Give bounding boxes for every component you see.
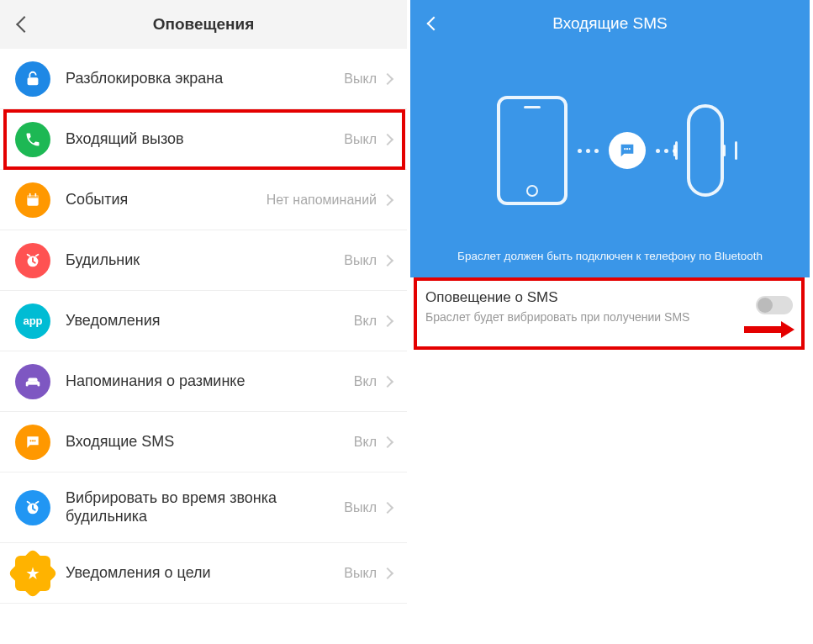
message-bubble-icon <box>609 132 646 169</box>
item-status: Выкл <box>344 566 377 581</box>
item-label: Напоминания о разминке <box>66 372 354 391</box>
chevron-right-icon <box>382 193 393 205</box>
chevron-right-icon <box>382 72 393 84</box>
back-button[interactable] <box>0 0 49 49</box>
hero-graphic <box>497 96 724 205</box>
item-status: Выкл <box>344 253 377 268</box>
sms-detail-screen: Входящие SMS Браслет должен быть подключ… <box>410 0 810 644</box>
item-unlock[interactable]: Разблокировка экрана Выкл <box>0 49 407 109</box>
item-goal[interactable]: Уведомления о цели Выкл <box>0 543 407 604</box>
svg-rect-6 <box>26 382 29 387</box>
item-status: Выкл <box>344 71 377 87</box>
arrow-icon <box>744 319 795 340</box>
svg-rect-4 <box>35 193 37 196</box>
item-activity[interactable]: Напоминания о разминке Вкл <box>0 351 407 412</box>
lock-icon <box>15 61 50 97</box>
svg-rect-2 <box>27 195 38 198</box>
back-button[interactable] <box>410 0 457 47</box>
svg-point-13 <box>626 148 627 150</box>
svg-marker-16 <box>781 321 795 338</box>
app-icon: app <box>15 304 50 339</box>
sms-toggle-row[interactable]: Оповещение о SMS Браслет будет вибрирова… <box>410 277 810 340</box>
band-icon <box>687 104 724 197</box>
item-label: События <box>66 191 267 209</box>
item-status: Вкл <box>354 374 377 389</box>
setting-desc: Браслет будет вибрировать при получении … <box>425 309 694 325</box>
sms-toggle[interactable] <box>756 296 793 314</box>
page-title: Входящие SMS <box>410 14 810 33</box>
chevron-right-icon <box>382 435 393 447</box>
alarm-icon <box>15 243 50 278</box>
item-label: Входящие SMS <box>66 433 354 451</box>
item-sms[interactable]: Входящие SMS Вкл <box>0 412 407 472</box>
item-status: Вкл <box>354 314 377 329</box>
notifications-screen: Оповещения Разблокировка экрана Выкл Вхо… <box>0 0 410 644</box>
hero-illustration: Браслет должен быть подключен к телефону… <box>410 47 810 277</box>
chevron-right-icon <box>382 133 393 145</box>
svg-point-14 <box>628 148 630 150</box>
phone-icon <box>497 96 568 205</box>
item-label: Будильник <box>66 251 344 270</box>
alarm-vibrate-icon <box>15 490 50 525</box>
hero-caption: Браслет должен быть подключен к телефону… <box>449 250 771 262</box>
chevron-right-icon <box>382 375 393 387</box>
item-label: Разблокировка экрана <box>66 70 344 88</box>
item-status: Вкл <box>354 435 377 450</box>
chevron-right-icon <box>382 567 393 578</box>
message-icon <box>15 425 50 460</box>
chevron-right-icon <box>382 314 393 326</box>
svg-rect-0 <box>28 77 39 85</box>
svg-rect-3 <box>29 193 31 196</box>
svg-point-8 <box>29 440 31 441</box>
item-notifications[interactable]: app Уведомления Вкл <box>0 291 407 351</box>
item-status: Выкл <box>344 132 377 147</box>
item-alarm[interactable]: Будильник Выкл <box>0 230 407 291</box>
header: Входящие SMS <box>410 0 810 47</box>
calendar-icon <box>15 182 50 218</box>
svg-rect-7 <box>38 382 40 387</box>
item-label: Уведомления <box>66 312 354 330</box>
goal-icon <box>15 556 50 591</box>
item-label: Входящий вызов <box>66 130 344 149</box>
svg-point-9 <box>32 440 34 441</box>
svg-point-12 <box>624 148 626 150</box>
chevron-right-icon <box>382 501 393 513</box>
chevron-left-icon <box>16 16 33 33</box>
chevron-left-icon <box>427 17 441 31</box>
item-incoming-call[interactable]: Входящий вызов Выкл <box>0 109 407 170</box>
item-label: Вибрировать во время звонка будильника <box>66 489 344 525</box>
settings-list: Разблокировка экрана Выкл Входящий вызов… <box>0 49 407 604</box>
couch-icon <box>15 364 50 399</box>
phone-icon <box>15 122 50 157</box>
item-events[interactable]: События Нет напоминаний <box>0 170 407 230</box>
item-status: Нет напоминаний <box>267 193 377 208</box>
setting-title: Оповещение о SMS <box>425 289 795 306</box>
item-status: Выкл <box>344 500 377 515</box>
chevron-right-icon <box>382 254 393 266</box>
page-title: Оповещения <box>0 15 407 34</box>
svg-point-10 <box>34 440 35 441</box>
item-alarm-vibrate[interactable]: Вибрировать во время звонка будильника В… <box>0 472 407 543</box>
item-label: Уведомления о цели <box>66 564 344 583</box>
header: Оповещения <box>0 0 407 49</box>
dots-icon <box>578 149 599 153</box>
